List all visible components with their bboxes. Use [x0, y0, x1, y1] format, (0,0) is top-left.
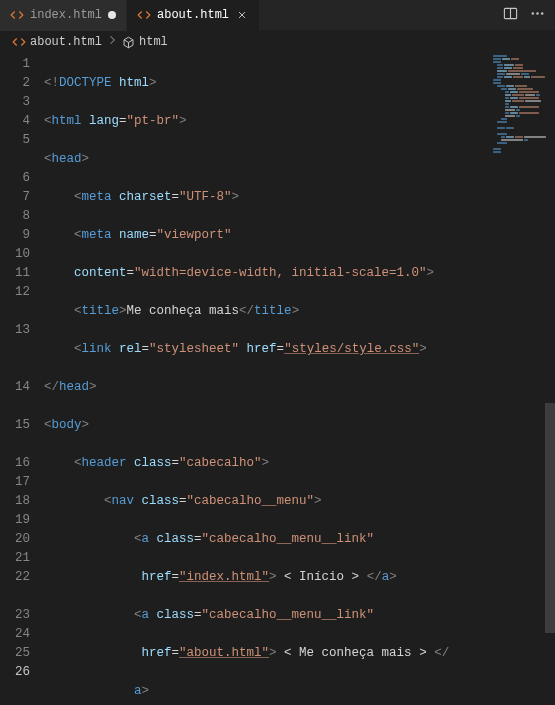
html-file-icon — [12, 35, 26, 49]
vertical-scrollbar[interactable] — [543, 53, 555, 693]
chevron-right-icon — [106, 34, 118, 50]
svg-point-2 — [532, 12, 534, 14]
line-number-gutter: 1 2 3 4 5 6 7 8 9 10 11 12 13 14 15 16 1… — [0, 53, 44, 705]
modified-dot-icon — [108, 11, 116, 19]
scrollbar-thumb[interactable] — [545, 403, 555, 633]
tab-about-html[interactable]: about.html — [127, 0, 260, 31]
breadcrumb[interactable]: about.html html — [0, 31, 555, 53]
svg-point-4 — [541, 12, 543, 14]
tab-label: index.html — [30, 8, 102, 22]
breadcrumb-file: about.html — [30, 35, 102, 49]
code-area[interactable]: <!DOCTYPE html> <html lang="pt-br"> <hea… — [44, 53, 555, 705]
svg-point-3 — [536, 12, 538, 14]
symbol-icon — [122, 36, 135, 49]
tab-label: about.html — [157, 8, 229, 22]
editor-actions — [493, 6, 555, 25]
html-file-icon — [10, 8, 24, 22]
editor[interactable]: 1 2 3 4 5 6 7 8 9 10 11 12 13 14 15 16 1… — [0, 53, 555, 705]
split-editor-icon[interactable] — [503, 6, 518, 25]
more-actions-icon[interactable] — [530, 6, 545, 25]
breadcrumb-symbol: html — [139, 35, 168, 49]
html-file-icon — [137, 8, 151, 22]
tab-bar: index.html about.html — [0, 0, 555, 31]
tab-index-html[interactable]: index.html — [0, 0, 127, 31]
close-tab-icon[interactable] — [235, 8, 249, 22]
